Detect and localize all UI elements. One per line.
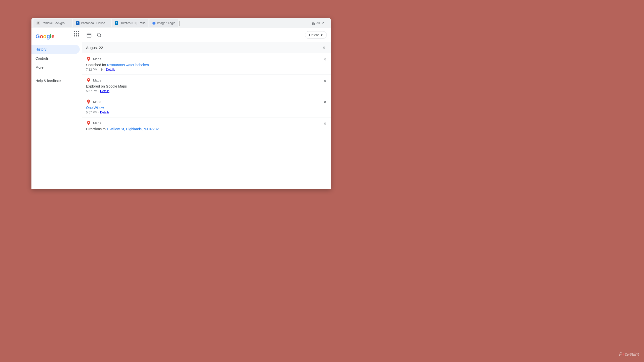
watermark-text: P●cketlint — [619, 352, 639, 357]
entry-2-header: Maps — [86, 78, 327, 83]
entry-3-title: One Willow — [86, 106, 327, 110]
entry-4-title-prefix: Directions to — [86, 127, 107, 131]
svg-rect-3 — [314, 23, 315, 24]
google-apps-icon[interactable] — [74, 31, 80, 37]
sidebar-item-help-feedback-label: Help & feedback — [35, 79, 61, 83]
main-panel: Delete ▾ August 22 ✕ Maps — [82, 28, 331, 189]
sidebar-item-history-label: History — [35, 47, 47, 51]
entry-2-meta: 5:57 PM · Details — [86, 89, 327, 93]
entry-2-sep: · — [98, 89, 99, 93]
svg-rect-4 — [87, 33, 91, 37]
apps-dot — [74, 31, 75, 32]
history-entry-2: Maps Explored on Google Maps 5:57 PM · D… — [82, 75, 331, 96]
entry-1-dot: · — [98, 68, 99, 71]
entry-1-details-link[interactable]: Details — [106, 68, 115, 71]
svg-point-8 — [97, 33, 101, 36]
svg-rect-1 — [314, 22, 315, 23]
apps-dot — [78, 35, 79, 36]
entry-4-app: Maps — [93, 121, 327, 125]
date-close-button[interactable]: ✕ — [321, 45, 327, 51]
date-header: August 22 ✕ — [82, 42, 331, 53]
history-entry-1: Maps Searched for restaurants water hobo… — [82, 53, 331, 75]
watermark: P●cketlint — [619, 352, 639, 357]
entry-1-dot2: · — [104, 68, 105, 71]
sidebar-item-history[interactable]: History — [31, 45, 80, 54]
svg-line-9 — [100, 36, 101, 37]
browser-content: Google History — [31, 28, 331, 189]
search-icon[interactable] — [96, 32, 102, 38]
entry-1-close[interactable]: ✕ — [322, 56, 328, 62]
sidebar: Google History — [31, 28, 82, 189]
apps-dot — [74, 33, 75, 34]
entry-1-header: Maps — [86, 56, 327, 61]
tab-quizzes[interactable]: T Quizzes 3.0 | Trello — [112, 19, 149, 27]
nav-separator — [35, 74, 78, 74]
entry-3-app: Maps — [93, 100, 327, 104]
entry-2-app: Maps — [93, 78, 327, 82]
history-entry-4: Maps Directions to 1 Willow St, Highland… — [82, 117, 331, 135]
entry-3-title-link[interactable]: One Willow — [86, 106, 104, 110]
entry-3-header: Maps — [86, 99, 327, 104]
calendar-icon[interactable] — [86, 32, 92, 38]
entry-2-details-link[interactable]: Details — [100, 89, 109, 93]
tab-photopea[interactable]: P Photopea | Online... — [73, 19, 111, 27]
tab-imagn-label: Imagn : Login — [157, 21, 175, 25]
apps-dot — [74, 35, 75, 36]
entry-1-title: Searched for restaurants water hoboken — [86, 63, 327, 67]
delete-dropdown-icon: ▾ — [321, 33, 323, 37]
entry-2-close[interactable]: ✕ — [322, 78, 328, 84]
tab-quizzes-label: Quizzes 3.0 | Trello — [120, 21, 146, 25]
svg-point-13 — [88, 122, 89, 123]
entry-3-sep: · — [98, 111, 99, 114]
entry-4-header: Maps — [86, 120, 327, 126]
tab-imagn[interactable]: Imagn : Login — [149, 19, 178, 27]
delete-button[interactable]: Delete ▾ — [305, 31, 327, 39]
maps-pin-icon-4 — [86, 120, 91, 126]
date-header-text: August 22 — [86, 46, 103, 50]
apps-dot — [78, 31, 79, 32]
entry-1-time: 7:12 PM — [86, 68, 97, 71]
sidebar-item-more-label: More — [35, 65, 44, 69]
apps-dot — [78, 33, 79, 34]
entry-1-app: Maps — [93, 57, 327, 61]
tab-remove-bg[interactable]: R Remove Backgrou... — [33, 19, 72, 27]
entry-2-title: Explored on Google Maps — [86, 84, 327, 88]
all-bookmarks-label: All Bo... — [316, 21, 327, 25]
delete-label: Delete — [309, 33, 319, 37]
entry-3-meta: 5:57 PM · Details — [86, 111, 327, 114]
toolbar: Delete ▾ — [82, 28, 331, 42]
svg-point-10 — [88, 58, 89, 59]
entry-4-title: Directions to 1 Willow St, Highlands, NJ… — [86, 127, 327, 131]
entry-3-time: 5:57 PM — [86, 111, 97, 114]
entry-2-title-plain: Explored on Google Maps — [86, 84, 127, 88]
history-entry-3: Maps One Willow 5:57 PM · Details ✕ — [82, 96, 331, 117]
apps-dot — [76, 35, 77, 36]
apps-dot — [76, 31, 77, 32]
sidebar-item-controls[interactable]: Controls — [31, 54, 80, 63]
tab-photopea-label: Photopea | Online... — [81, 21, 108, 25]
entry-4-title-link[interactable]: 1 Willow St, Highlands, NJ 07732 — [107, 127, 159, 131]
svg-point-11 — [88, 79, 89, 80]
entry-3-details-link[interactable]: Details — [100, 111, 109, 114]
entry-1-title-prefix: Searched for — [86, 63, 107, 67]
maps-pin-icon-1 — [86, 56, 91, 61]
all-bookmarks[interactable]: All Bo... — [310, 21, 329, 25]
location-dot-icon-1 — [100, 68, 103, 71]
svg-point-12 — [88, 100, 89, 101]
entry-1-title-link[interactable]: restaurants water hoboken — [107, 63, 149, 67]
sidebar-item-more[interactable]: More — [31, 63, 80, 72]
entry-3-close[interactable]: ✕ — [322, 99, 328, 105]
maps-pin-icon-3 — [86, 99, 91, 104]
apps-dot — [76, 33, 77, 34]
sidebar-item-controls-label: Controls — [35, 56, 49, 60]
maps-pin-icon-2 — [86, 78, 91, 83]
entry-2-time: 5:57 PM — [86, 89, 97, 93]
browser-window: R Remove Backgrou... P Photopea | Online… — [31, 18, 331, 189]
sidebar-item-help-feedback[interactable]: Help & feedback — [31, 76, 80, 85]
svg-rect-0 — [312, 22, 313, 23]
tab-remove-bg-label: Remove Backgrou... — [42, 21, 69, 25]
svg-rect-2 — [312, 23, 313, 24]
entry-1-meta: 7:12 PM · · Details — [86, 68, 327, 71]
entry-4-close[interactable]: ✕ — [322, 120, 328, 127]
tab-bar: R Remove Backgrou... P Photopea | Online… — [31, 18, 331, 28]
